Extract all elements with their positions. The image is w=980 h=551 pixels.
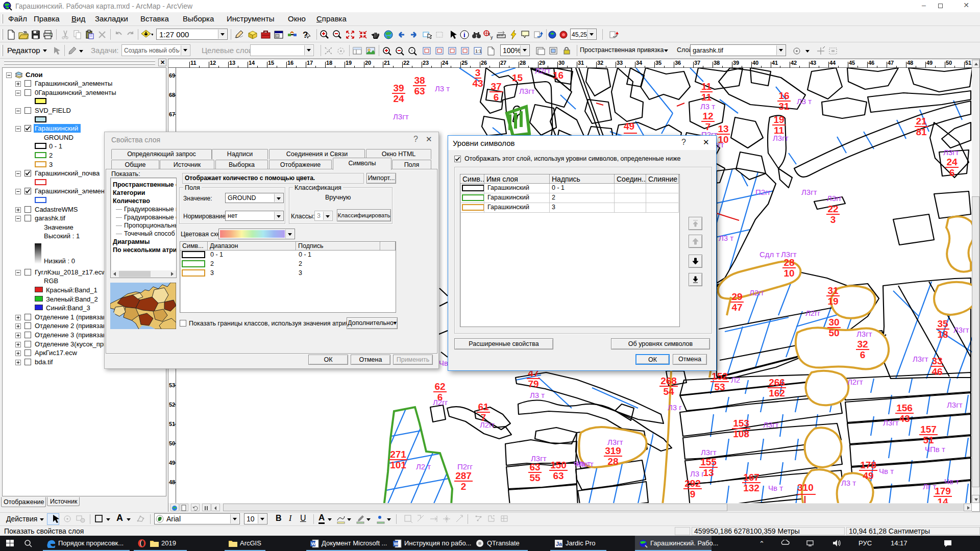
svg-text:W: W [394, 541, 399, 546]
svg-text:W: W [311, 541, 316, 546]
svg-text:Ja: Ja [556, 541, 562, 547]
svg-text:y: y [491, 35, 493, 40]
svg-text:1:1: 1:1 [475, 48, 482, 54]
svg-text:i: i [463, 31, 465, 39]
